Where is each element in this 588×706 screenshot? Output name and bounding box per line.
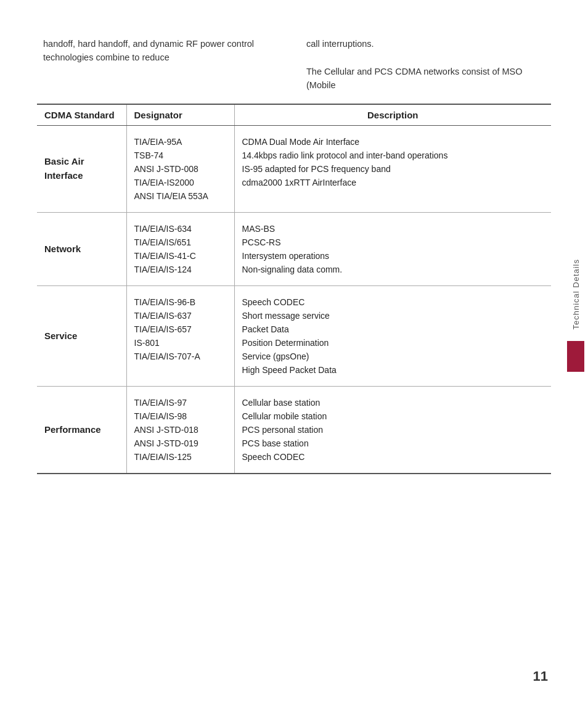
description-list: Speech CODEC Short message service Packe… — [242, 296, 544, 377]
designator-list: TIA/EIA/IS-97 TIA/EIA/IS-98 ANSI J-STD-0… — [134, 396, 227, 464]
list-item: Speech CODEC — [242, 296, 544, 309]
list-item: TIA/EIA/IS-637 — [134, 310, 227, 322]
description-list: CDMA Dual Mode Air Interface 14.4kbps ra… — [242, 136, 544, 189]
list-item: Non-signaling data comm. — [242, 263, 544, 276]
list-item: TIA/EIA-95A — [134, 136, 227, 149]
list-item: IS-95 adapted for PCS frequency band — [242, 163, 544, 176]
sidebar-technical-details: Technical Details — [563, 259, 588, 382]
standard-service: Service — [37, 285, 126, 386]
cdma-standards-table: CDMA Standard Designator Description Bas… — [37, 104, 551, 474]
list-item: PCS personal station — [242, 424, 544, 437]
col-header-description: Description — [234, 104, 551, 126]
designator-list: TIA/EIA/IS-96-B TIA/EIA/IS-637 TIA/EIA/I… — [134, 296, 227, 363]
table-row: Network TIA/EIA/IS-634 TIA/EIA/IS/651 TI… — [37, 212, 551, 285]
list-item: TIA/EIA-IS2000 — [134, 176, 227, 189]
list-item: Service (gpsOne) — [242, 350, 544, 363]
sidebar-accent-bar — [567, 341, 584, 372]
list-item: 14.4kbps radio link protocol and inter-b… — [242, 149, 544, 162]
list-item: CDMA Dual Mode Air Interface — [242, 136, 544, 149]
list-item: TIA/EIA/IS-657 — [134, 323, 227, 336]
table-header-row: CDMA Standard Designator Description — [37, 104, 551, 126]
list-item: High Speed Packet Data — [242, 364, 544, 377]
list-item: TIA/EIA/IS-98 — [134, 410, 227, 423]
standard-performance: Performance — [37, 386, 126, 474]
list-item: ANSI J-STD-018 — [134, 424, 227, 437]
table-row: Performance TIA/EIA/IS-97 TIA/EIA/IS-98 … — [37, 386, 551, 474]
description-list: MAS-BS PCSC-RS Intersystem operations No… — [242, 223, 544, 276]
page-number: 11 — [533, 668, 548, 684]
list-item: ANSI J-STD-019 — [134, 437, 227, 450]
intro-left-text: handoff, hard handoff, and dynamic RF po… — [43, 37, 288, 92]
standard-basic-air: Basic Air Interface — [37, 125, 126, 212]
designator-basic-air: TIA/EIA-95A TSB-74 ANSI J-STD-008 TIA/EI… — [126, 125, 234, 212]
list-item: TIA/EIA/IS-634 — [134, 223, 227, 236]
list-item: MAS-BS — [242, 223, 544, 236]
sidebar-label-text: Technical Details — [571, 259, 581, 330]
description-performance: Cellular base station Cellular mobile st… — [234, 386, 551, 474]
description-service: Speech CODEC Short message service Packe… — [234, 285, 551, 386]
table-row: Service TIA/EIA/IS-96-B TIA/EIA/IS-637 T… — [37, 285, 551, 386]
table-row: Basic Air Interface TIA/EIA-95A TSB-74 A… — [37, 125, 551, 212]
page-container: handoff, hard handoff, and dynamic RF po… — [0, 0, 588, 706]
designator-list: TIA/EIA-95A TSB-74 ANSI J-STD-008 TIA/EI… — [134, 136, 227, 203]
list-item: IS-801 — [134, 337, 227, 350]
col-header-designator: Designator — [126, 104, 234, 126]
list-item: PCS base station — [242, 437, 544, 450]
description-basic-air: CDMA Dual Mode Air Interface 14.4kbps ra… — [234, 125, 551, 212]
list-item: TIA/EIA/IS-124 — [134, 263, 227, 276]
list-item: Packet Data — [242, 323, 544, 336]
list-item: Position Determination — [242, 337, 544, 350]
list-item: ANSI TIA/EIA 553A — [134, 190, 227, 203]
designator-performance: TIA/EIA/IS-97 TIA/EIA/IS-98 ANSI J-STD-0… — [126, 386, 234, 474]
description-network: MAS-BS PCSC-RS Intersystem operations No… — [234, 212, 551, 285]
col-header-standard: CDMA Standard — [37, 104, 126, 126]
standard-network: Network — [37, 212, 126, 285]
description-list: Cellular base station Cellular mobile st… — [242, 396, 544, 464]
list-item: Speech CODEC — [242, 451, 544, 464]
list-item: TIA/EIA/IS-96-B — [134, 296, 227, 309]
list-item: TIA/EIA/IS-97 — [134, 396, 227, 409]
list-item: TIA/EIA/IS-707-A — [134, 350, 227, 363]
list-item: Cellular mobile station — [242, 410, 544, 423]
list-item: TSB-74 — [134, 149, 227, 162]
intro-right-text: call interruptions. The Cellular and PCS… — [306, 37, 551, 92]
list-item: cdma2000 1xRTT AirInterface — [242, 176, 544, 189]
list-item: PCSC-RS — [242, 236, 544, 249]
designator-network: TIA/EIA/IS-634 TIA/EIA/IS/651 TIA/EIA/IS… — [126, 212, 234, 285]
list-item: TIA/EIA/IS/651 — [134, 236, 227, 249]
list-item: Intersystem operations — [242, 250, 544, 263]
intro-section: handoff, hard handoff, and dynamic RF po… — [37, 37, 551, 92]
designator-list: TIA/EIA/IS-634 TIA/EIA/IS/651 TIA/EIA/IS… — [134, 223, 227, 276]
list-item: TIA/EIA/IS-41-C — [134, 250, 227, 263]
designator-service: TIA/EIA/IS-96-B TIA/EIA/IS-637 TIA/EIA/I… — [126, 285, 234, 386]
list-item: ANSI J-STD-008 — [134, 163, 227, 176]
list-item: TIA/EIA/IS-125 — [134, 451, 227, 464]
list-item: Short message service — [242, 310, 544, 322]
list-item: Cellular base station — [242, 396, 544, 409]
